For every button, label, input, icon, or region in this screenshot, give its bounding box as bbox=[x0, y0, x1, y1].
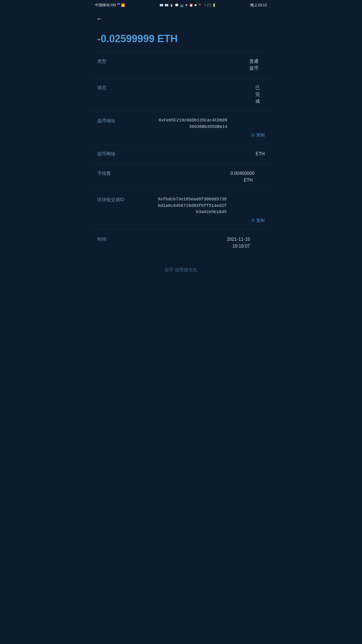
detail-value-6: 2021-11-15 19:18:07 bbox=[223, 236, 250, 250]
back-bar: ← bbox=[90, 10, 272, 27]
detail-row-3: 提币网络ETH bbox=[90, 144, 272, 164]
detail-row-6: 时间2021-11-15 19:18:07 bbox=[90, 230, 272, 256]
copy-label-2: 复制 bbox=[256, 132, 265, 138]
detail-value-3: ETH bbox=[256, 151, 262, 157]
status-bar: 中国移动 HD 46 📶 📧 📧 🐧 💬 📺 👁 ⏰ ✱ 📍 ☽ 📳 🔋 晚上1… bbox=[90, 0, 272, 10]
detail-label-6: 时间 bbox=[97, 236, 106, 242]
detail-value-0: 普通提币 bbox=[247, 58, 258, 72]
copy-button-2[interactable]: ⎘复制 bbox=[158, 132, 265, 138]
detail-row-2: 提币地址0xFe65C219c68Db135Cac4CD60936036Bb36… bbox=[90, 111, 272, 144]
back-button[interactable]: ← bbox=[96, 15, 103, 22]
copy-icon-2: ⎘ bbox=[252, 133, 255, 138]
amount-value: -0.02599999 ETH bbox=[97, 33, 265, 45]
detail-label-1: 状态 bbox=[97, 84, 106, 91]
watermark: 知乎 @黑狼先生 bbox=[90, 256, 272, 279]
detail-value-2: 0xFe65C219c68Db135Cac4CD60936036Bb365DBe… bbox=[158, 117, 227, 130]
copy-icon-5: ⎘ bbox=[252, 218, 255, 223]
copy-label-5: 复制 bbox=[256, 218, 265, 223]
detail-list: 类型普通提币状态已完成提币地址0xFe65C219c68Db135Cac4CD6… bbox=[90, 52, 272, 256]
detail-row-1: 状态已完成 bbox=[90, 78, 272, 111]
detail-row-5: 区块链交易ID0xfbdcb73e165ead8f306dd5738bd1a0c… bbox=[90, 190, 272, 230]
status-icons: 📧 📧 🐧 💬 📺 👁 ⏰ ✱ 📍 ☽ 📳 🔋 bbox=[160, 3, 216, 7]
amount-section: -0.02599999 ETH bbox=[90, 27, 272, 51]
detail-value-4: 0.00400000 ETH bbox=[230, 170, 253, 184]
carrier-text: 中国移动 HD 46 📶 bbox=[95, 3, 125, 8]
detail-label-2: 提币地址 bbox=[97, 117, 115, 124]
detail-row-4: 手续费0.00400000 ETH bbox=[90, 164, 272, 190]
detail-label-4: 手续费 bbox=[97, 170, 111, 177]
time-text: 晚上10:12 bbox=[250, 3, 267, 8]
detail-label-3: 提币网络 bbox=[97, 151, 115, 157]
copy-button-5[interactable]: ⎘复制 bbox=[156, 218, 265, 223]
detail-value-1: 已完成 bbox=[251, 84, 260, 105]
detail-row-0: 类型普通提币 bbox=[90, 52, 272, 78]
detail-value-5: 0xfbdcb73e165ead8f306dd5738bd1a0c8456729… bbox=[156, 196, 227, 216]
detail-label-0: 类型 bbox=[97, 58, 106, 65]
detail-label-5: 区块链交易ID bbox=[97, 196, 124, 203]
